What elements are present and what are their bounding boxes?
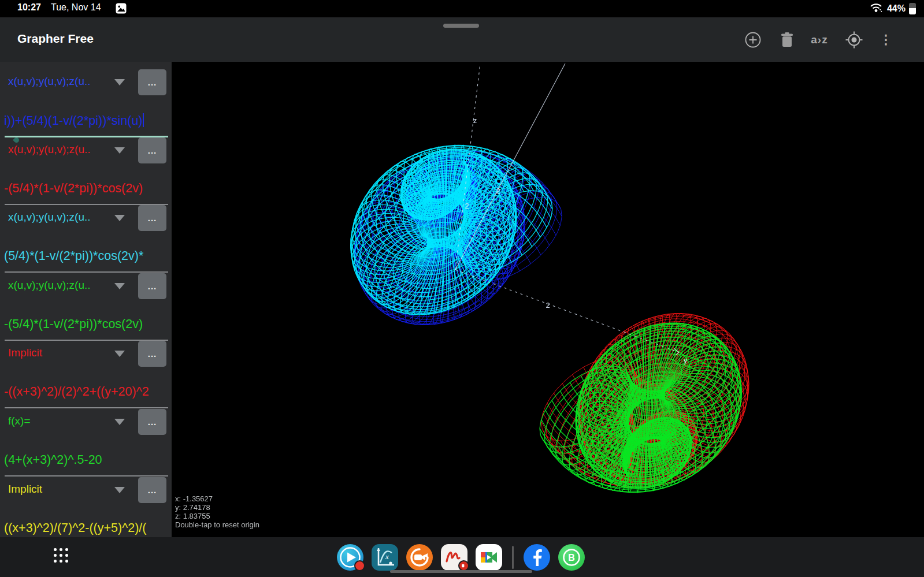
function-entry: x(u,v);y(u,v);z(u.....-(5/4)*(1-v/(2*pi)… (0, 273, 172, 341)
photos-notification-icon[interactable] (116, 3, 127, 16)
more-options-button[interactable]: ... (138, 341, 166, 367)
formula-input[interactable]: -(5/4)*(1-v/(2*pi))*cos(2v) (4, 181, 168, 196)
all-apps-button[interactable] (54, 548, 69, 563)
status-right: 44% (870, 2, 916, 16)
whatsapp-business-icon[interactable]: B (558, 544, 585, 571)
battery-percent: 44% (887, 3, 906, 14)
y-axis-tick: 2 (546, 301, 550, 310)
function-entry: x(u,v);y(u,v);z(u.....(5/4)*(1-v/(2*pi))… (0, 204, 172, 273)
more-options-button[interactable]: ... (138, 273, 166, 299)
more-options-button[interactable]: ... (138, 409, 166, 435)
battery-icon (909, 3, 916, 14)
app-header: Grapher Free a›z ⋮ (0, 17, 924, 62)
function-type-label: Implicit (8, 347, 42, 359)
add-function-button[interactable] (743, 30, 763, 50)
cursor-readout: x: -1.35627 y: 2.74178 z: 1.83755 Double… (175, 494, 259, 529)
function-type-label: Implicit (8, 483, 42, 496)
y-axis-label: y (684, 356, 688, 364)
screen-recorder-icon[interactable] (406, 544, 433, 571)
function-entry: f(x)=...(4+(x+3)^2)^.5-20 (0, 408, 172, 477)
date: Tue, Nov 14 (51, 2, 101, 13)
chevron-down-icon (114, 487, 125, 493)
notification-badge (354, 560, 365, 571)
readout-z: z: 1.83755 (175, 512, 259, 520)
chevron-down-icon (114, 419, 125, 425)
google-meet-icon[interactable] (476, 544, 502, 571)
function-entry: x(u,v);y(u,v);z(u.....-(5/4)*(1-v/(2*pi)… (0, 137, 172, 205)
formula-input[interactable]: -(5/4)*(1-v/(2*pi))*cos(2v) (4, 317, 168, 332)
readout-hint: Double-tap to reset origin (175, 520, 259, 529)
more-options-button[interactable]: ... (138, 205, 166, 231)
grapher-icon[interactable]: x (372, 544, 398, 571)
function-entry: x(u,v);y(u,v);z(u.....i))+(5/4)(1-v/(2*p… (0, 69, 172, 137)
drag-handle[interactable] (443, 24, 479, 28)
status-bar: 10:27 Tue, Nov 14 44% (0, 0, 924, 17)
function-type-label: x(u,v);y(u,v);z(u.. (8, 211, 91, 224)
svg-text:B: B (568, 553, 575, 563)
formula-input[interactable]: (4+(x+3)^2)^.5-20 (4, 453, 168, 467)
function-type-label: x(u,v);y(u,v);z(u.. (8, 75, 91, 88)
chevron-down-icon (114, 147, 125, 154)
overflow-menu-button[interactable]: ⋮ (876, 30, 896, 50)
screen: 10:27 Tue, Nov 14 44% Grapher Free a›z ⋮… (0, 0, 924, 577)
text-cursor (143, 113, 144, 127)
chevron-down-icon (114, 79, 125, 85)
function-entry: Implicit...((x+3)^2)/(7)^2-((y+5)^2)/( (0, 477, 172, 537)
function-list: x(u,v);y(u,v);z(u.....i))+(5/4)(1-v/(2*p… (0, 62, 172, 537)
z-axis-label: z (473, 116, 477, 125)
delete-button[interactable] (777, 30, 797, 50)
formula-input[interactable]: -((x+3)^2)/(2)^2+((y+20)^2 (4, 385, 168, 399)
formula-input[interactable]: i))+(5/4)(1-v/(2*pi))*sin(u) (4, 113, 168, 128)
function-type-label: x(u,v);y(u,v);z(u.. (8, 143, 91, 156)
x-axis-tick: 2 (496, 187, 500, 195)
function-type-label: x(u,v);y(u,v);z(u.. (8, 279, 91, 292)
app-title: Grapher Free (17, 32, 94, 46)
clock: 10:27 (17, 2, 41, 13)
video-player-icon[interactable] (337, 544, 363, 571)
notes-icon[interactable] (441, 544, 467, 571)
readout-x: x: -1.35627 (175, 494, 259, 503)
formula-input[interactable]: (5/4)*(1-v/(2*pi))*cos(2v)* (4, 249, 168, 263)
notes-badge (458, 560, 469, 571)
more-options-button[interactable]: ... (138, 69, 166, 95)
taskbar: x B (0, 537, 924, 577)
chevron-down-icon (114, 283, 125, 289)
function-entry: Implicit...-((x+3)^2)/(2)^2+((y+20)^2 (0, 340, 172, 408)
wifi-icon (870, 2, 884, 16)
surface-plot-canvas[interactable] (172, 62, 924, 537)
dock-separator (512, 546, 514, 569)
function-type-label: f(x)= (8, 415, 31, 427)
more-options-button[interactable]: ... (138, 477, 166, 503)
plot-area[interactable]: z y 2 2 2 x: -1.35627 y: 2.74178 z: 1.83… (172, 62, 924, 537)
facebook-icon[interactable] (524, 544, 550, 571)
sort-az-button[interactable]: a›z (810, 30, 829, 50)
locate-origin-button[interactable] (844, 30, 864, 50)
readout-y: y: 2.74178 (175, 503, 259, 512)
home-indicator[interactable] (390, 570, 532, 573)
formula-input[interactable]: ((x+3)^2)/(7)^2-((y+5)^2)/( (4, 521, 168, 535)
z-axis-tick: 2 (465, 202, 469, 210)
chevron-down-icon (114, 351, 125, 357)
svg-text:x: x (385, 552, 389, 561)
more-options-button[interactable]: ... (138, 137, 166, 163)
chevron-down-icon (114, 215, 125, 221)
